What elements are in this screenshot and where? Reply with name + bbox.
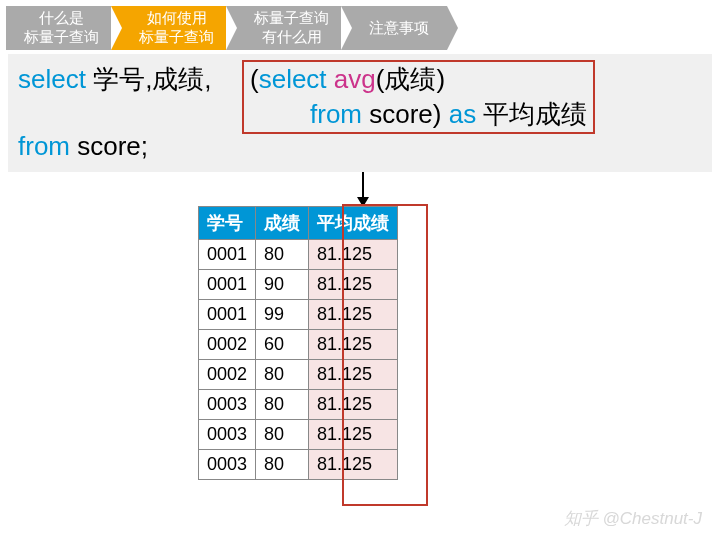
cell-id: 0003 [199, 420, 256, 450]
header-id: 学号 [199, 207, 256, 240]
cell-id: 0002 [199, 360, 256, 390]
function-avg: avg [334, 64, 376, 94]
table-row: 00038081.125 [199, 450, 398, 480]
cell-score: 60 [256, 330, 309, 360]
keyword-from-inner: from [310, 99, 362, 129]
keyword-select-inner: select [259, 64, 334, 94]
table-row: 00018081.125 [199, 240, 398, 270]
cell-avg: 81.125 [309, 300, 398, 330]
header-avg: 平均成绩 [309, 207, 398, 240]
result-table-wrap: 学号 成绩 平均成绩 00018081.12500019081.12500019… [198, 206, 398, 480]
table-row: 00019981.125 [199, 300, 398, 330]
keyword-select: select [18, 64, 86, 94]
table-header-row: 学号 成绩 平均成绩 [199, 207, 398, 240]
table-row: 00038081.125 [199, 420, 398, 450]
chevron-nav: 什么是 标量子查询 如何使用 标量子查询 标量子查询 有什么用 注意事项 [0, 0, 720, 50]
table-row: 00026081.125 [199, 330, 398, 360]
nav-notes[interactable]: 注意事项 [341, 6, 447, 50]
header-score: 成绩 [256, 207, 309, 240]
cell-id: 0001 [199, 270, 256, 300]
table-row: 00028081.125 [199, 360, 398, 390]
keyword-as: as [449, 99, 476, 129]
cell-score: 80 [256, 390, 309, 420]
cell-avg: 81.125 [309, 240, 398, 270]
arrow-down-icon [362, 172, 364, 206]
nav-what-for[interactable]: 标量子查询 有什么用 [226, 6, 347, 50]
code-line-3: from score; [18, 131, 702, 162]
cell-id: 0003 [199, 450, 256, 480]
cell-id: 0002 [199, 330, 256, 360]
nav-how-to-use[interactable]: 如何使用 标量子查询 [111, 6, 232, 50]
cell-score: 80 [256, 360, 309, 390]
cell-score: 99 [256, 300, 309, 330]
nav-what-is[interactable]: 什么是 标量子查询 [6, 6, 117, 50]
cell-avg: 81.125 [309, 420, 398, 450]
cell-id: 0001 [199, 300, 256, 330]
cell-avg: 81.125 [309, 390, 398, 420]
cell-id: 0001 [199, 240, 256, 270]
watermark: 知乎 @Chestnut-J [564, 507, 702, 530]
cell-score: 80 [256, 450, 309, 480]
subquery-highlight-box: (select avg(成绩) from score) as 平均成绩 [242, 60, 595, 134]
code-columns: 学号,成绩, [86, 64, 212, 94]
cell-avg: 81.125 [309, 450, 398, 480]
cell-avg: 81.125 [309, 270, 398, 300]
cell-avg: 81.125 [309, 330, 398, 360]
table-row: 00038081.125 [199, 390, 398, 420]
cell-score: 90 [256, 270, 309, 300]
result-table: 学号 成绩 平均成绩 00018081.12500019081.12500019… [198, 206, 398, 480]
cell-score: 80 [256, 420, 309, 450]
cell-id: 0003 [199, 390, 256, 420]
sql-code-block: select 学号,成绩, (select avg(成绩) from score… [8, 54, 712, 172]
keyword-from: from [18, 131, 70, 161]
cell-score: 80 [256, 240, 309, 270]
table-row: 00019081.125 [199, 270, 398, 300]
cell-avg: 81.125 [309, 360, 398, 390]
